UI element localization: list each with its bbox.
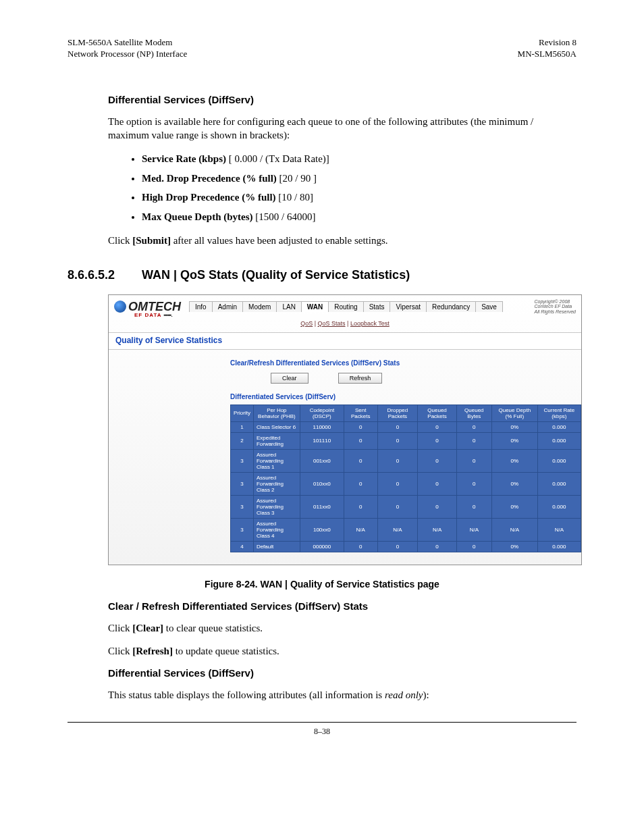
table-cell: 0% — [491, 449, 537, 472]
table-cell: 0 — [456, 495, 491, 518]
refresh-button[interactable]: Refresh — [338, 373, 383, 384]
clear-instruction: Click [Clear] to clear queue statistics. — [108, 621, 576, 635]
diffserv-heading-2: Differential Services (DiffServ) — [108, 667, 576, 679]
table-cell: 0 — [456, 472, 491, 495]
list-item: Med. Drop Precedence (% full) [20 / 90 ] — [142, 171, 576, 186]
diffserv-heading-1: Differential Services (DiffServ) — [108, 94, 576, 105]
table-cell: 3 — [231, 518, 254, 541]
col-header: Queued Bytes — [456, 405, 491, 421]
table-row: 1Class Selector 611000000000%0.000 — [231, 421, 581, 432]
header-right-2: MN-SLM5650A — [518, 49, 576, 60]
table-row: 3Assured Forwarding Class 3011xx000000%0… — [231, 495, 581, 518]
clear-button[interactable]: Clear — [271, 373, 308, 384]
refresh-instruction: Click [Refresh] to update queue statisti… — [108, 644, 576, 658]
table-cell: 0% — [491, 541, 537, 552]
table-cell: 110000 — [300, 421, 344, 432]
header-left-1: SLM-5650A Satellite Modem — [68, 37, 187, 49]
subnav-link[interactable]: Loopback Test — [350, 320, 390, 327]
table-cell: 101110 — [300, 432, 344, 449]
clear-refresh-heading: Clear / Refresh Differentiated Services … — [108, 600, 576, 612]
table-cell: N/A — [377, 518, 418, 541]
table-cell: 0 — [456, 541, 491, 552]
table-cell: 011xx0 — [300, 495, 344, 518]
table-cell: 1 — [231, 421, 254, 432]
table-cell: 0 — [377, 495, 418, 518]
table-cell: 0 — [377, 449, 418, 472]
table-cell: 0 — [377, 432, 418, 449]
table-cell: 0.000 — [537, 432, 581, 449]
table-cell: 0 — [344, 472, 377, 495]
tab-routing[interactable]: Routing — [328, 301, 363, 312]
col-header: Sent Packets — [344, 405, 377, 421]
tab-admin[interactable]: Admin — [212, 301, 243, 312]
tab-info[interactable]: Info — [189, 301, 213, 312]
col-header: Dropped Packets — [377, 405, 418, 421]
table-cell: 0 — [344, 495, 377, 518]
col-header: Queue Depth (% Full) — [491, 405, 537, 421]
table-cell: 0 — [344, 541, 377, 552]
page-number: 8–38 — [68, 722, 576, 737]
table-cell: 0% — [491, 432, 537, 449]
table-cell: 0 — [418, 432, 457, 449]
table-cell: Assured Forwarding Class 1 — [253, 449, 300, 472]
table-cell: 0.000 — [537, 449, 581, 472]
qos-stats-screenshot: OMTECH InfoAdminModemLANWANRoutingStatsV… — [108, 294, 582, 565]
table-cell: 010xx0 — [300, 472, 344, 495]
table-cell: 2 — [231, 432, 254, 449]
table-cell: N/A — [456, 518, 491, 541]
table-cell: 0 — [377, 541, 418, 552]
figure-caption: Figure 8-24. WAN | Quality of Service St… — [68, 579, 576, 590]
table-cell: N/A — [537, 518, 581, 541]
globe-icon — [114, 301, 126, 313]
table-cell: N/A — [344, 518, 377, 541]
table-cell: 000000 — [300, 541, 344, 552]
table-cell: Assured Forwarding Class 4 — [253, 518, 300, 541]
table-cell: 0 — [456, 449, 491, 472]
table-row: 2Expedited Forwarding10111000000%0.000 — [231, 432, 581, 449]
table-cell: 0 — [456, 432, 491, 449]
table-cell: 0 — [377, 421, 418, 432]
table-cell: 3 — [231, 495, 254, 518]
table-cell: 100xx0 — [300, 518, 344, 541]
table-row: 3Assured Forwarding Class 2010xx000000%0… — [231, 472, 581, 495]
table-cell: 0% — [491, 495, 537, 518]
diffserv-intro: The option is available here for configu… — [108, 115, 576, 142]
col-header: Queued Packets — [418, 405, 457, 421]
header-right-1: Revision 8 — [518, 37, 576, 49]
table-cell: 0 — [344, 421, 377, 432]
subnav-link[interactable]: QoS Stats — [318, 320, 346, 327]
tab-redundancy[interactable]: Redundancy — [426, 301, 476, 312]
table-cell: 0 — [418, 421, 457, 432]
table-row: 3Assured Forwarding Class 4100xx0N/AN/AN… — [231, 518, 581, 541]
diffserv-stats-table: PriorityPer Hop Behavior (PHB)Codepoint … — [230, 405, 581, 552]
table-row: 4Default00000000000%0.000 — [231, 541, 581, 552]
diffserv-options-list: Service Rate (kbps) [ 0.000 / (Tx Data R… — [108, 151, 576, 224]
tab-lan[interactable]: LAN — [276, 301, 301, 312]
table-cell: 0 — [418, 449, 457, 472]
tab-save[interactable]: Save — [475, 301, 503, 312]
tab-modem[interactable]: Modem — [242, 301, 277, 312]
table-cell: 0.000 — [537, 541, 581, 552]
table-cell: Default — [253, 541, 300, 552]
table-cell: 0 — [418, 495, 457, 518]
section-heading: 8.6.6.5.2WAN | QoS Stats (Quality of Ser… — [68, 268, 576, 282]
table-cell: 0 — [377, 472, 418, 495]
page-header: SLM-5650A Satellite Modem Network Proces… — [68, 37, 576, 60]
tab-vipersat[interactable]: Vipersat — [390, 301, 427, 312]
table-cell: N/A — [491, 518, 537, 541]
col-header: Per Hop Behavior (PHB) — [253, 405, 300, 421]
header-left-2: Network Processor (NP) Interface — [68, 49, 187, 60]
subnav-link[interactable]: QoS — [300, 320, 313, 327]
table-cell: 0% — [491, 472, 537, 495]
col-header: Codepoint (DSCP) — [300, 405, 344, 421]
tab-wan[interactable]: WAN — [301, 301, 329, 312]
submit-instruction: Click [Submit] after all values have bee… — [108, 234, 576, 247]
list-item: Max Queue Depth (bytes) [1500 / 64000] — [142, 209, 576, 225]
table-cell: 3 — [231, 472, 254, 495]
table-cell: 3 — [231, 449, 254, 472]
table-cell: Assured Forwarding Class 3 — [253, 495, 300, 518]
group-diffserv-title: Differentiated Services (DiffServ) — [230, 393, 581, 400]
table-cell: 001xx0 — [300, 449, 344, 472]
efdata-subtitle: EF DATA ▪▪▪▪▪▪. — [134, 312, 581, 318]
tab-stats[interactable]: Stats — [363, 301, 391, 312]
